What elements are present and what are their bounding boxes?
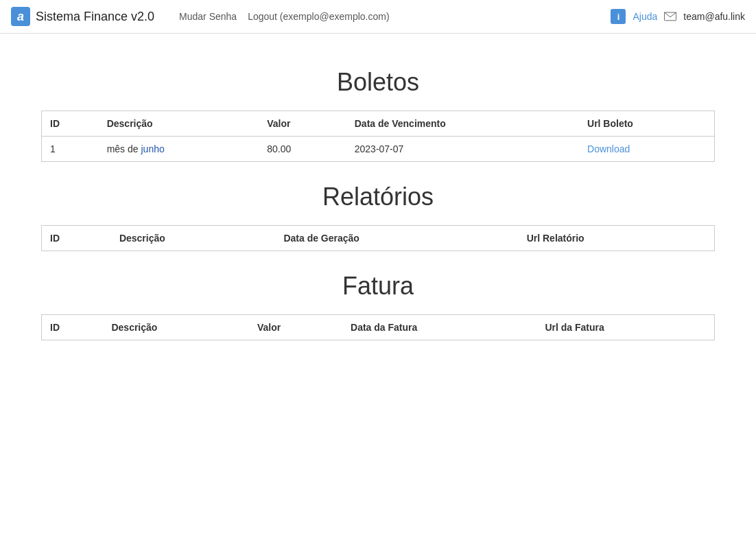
fatura-col-url: Url da Fatura [536, 315, 714, 340]
mudar-senha-link[interactable]: Mudar Senha [179, 11, 237, 22]
relatorios-col-descricao: Descrição [111, 226, 276, 251]
boleto-descricao: mês de junho [99, 137, 259, 162]
boletos-tbody: 1 mês de junho 80.00 2023-07-07 Download [42, 137, 715, 162]
email-text: team@afu.link [683, 11, 745, 22]
boletos-table: ID Descrição Valor Data de Vencimento Ur… [41, 110, 715, 162]
boletos-col-data-vencimento: Data de Vencimento [346, 111, 579, 137]
relatorios-section: Relatórios ID Descrição Data de Geração … [41, 183, 715, 251]
relatorios-thead: ID Descrição Data de Geração Url Relatór… [42, 226, 715, 251]
fatura-section: Fatura ID Descrição Valor Data da Fatura… [41, 272, 715, 340]
boleto-id: 1 [42, 137, 99, 162]
ajuda-link[interactable]: Ajuda [633, 11, 657, 22]
relatorios-col-url: Url Relatório [519, 226, 715, 251]
fatura-thead: ID Descrição Valor Data da Fatura Url da… [42, 315, 715, 340]
header: a Sistema Finance v2.0 Mudar Senha Logou… [0, 0, 756, 34]
app-title: Sistema Finance v2.0 [36, 10, 154, 24]
boletos-col-id: ID [42, 111, 99, 137]
info-icon[interactable]: i [611, 9, 626, 24]
download-link[interactable]: Download [587, 143, 630, 154]
relatorios-header-row: ID Descrição Data de Geração Url Relatór… [42, 226, 715, 251]
fatura-title: Fatura [41, 272, 715, 301]
fatura-header-row: ID Descrição Valor Data da Fatura Url da… [42, 315, 715, 340]
header-right: i Ajuda team@afu.link [611, 9, 745, 24]
fatura-col-id: ID [42, 315, 104, 340]
boletos-col-valor: Valor [259, 111, 346, 137]
logo-container: a Sistema Finance v2.0 [11, 7, 154, 26]
boleto-url[interactable]: Download [579, 137, 714, 162]
fatura-col-data: Data da Fatura [342, 315, 536, 340]
boletos-header-row: ID Descrição Valor Data de Vencimento Ur… [42, 111, 715, 137]
boleto-valor: 80.00 [259, 137, 346, 162]
header-nav: Mudar Senha Logout (exemplo@exemplo.com) [179, 11, 389, 22]
boletos-section: Boletos ID Descrição Valor Data de Venci… [41, 68, 715, 162]
boletos-thead: ID Descrição Valor Data de Vencimento Ur… [42, 111, 715, 137]
junho-text: junho [141, 143, 164, 154]
boletos-title: Boletos [41, 68, 715, 97]
fatura-col-valor: Valor [249, 315, 342, 340]
mail-icon [664, 12, 676, 21]
fatura-table: ID Descrição Valor Data da Fatura Url da… [41, 314, 715, 340]
main-content: Boletos ID Descrição Valor Data de Venci… [0, 34, 756, 361]
logout-link[interactable]: Logout (exemplo@exemplo.com) [248, 11, 389, 22]
relatorios-col-id: ID [42, 226, 111, 251]
boleto-data-vencimento: 2023-07-07 [346, 137, 579, 162]
boletos-col-url: Url Boleto [579, 111, 714, 137]
fatura-col-descricao: Descrição [103, 315, 249, 340]
relatorios-table: ID Descrição Data de Geração Url Relatór… [41, 225, 715, 251]
relatorios-title: Relatórios [41, 183, 715, 211]
logo-icon: a [11, 7, 30, 26]
table-row: 1 mês de junho 80.00 2023-07-07 Download [42, 137, 715, 162]
relatorios-col-data-geracao: Data de Geração [275, 226, 518, 251]
boletos-col-descricao: Descrição [99, 111, 259, 137]
